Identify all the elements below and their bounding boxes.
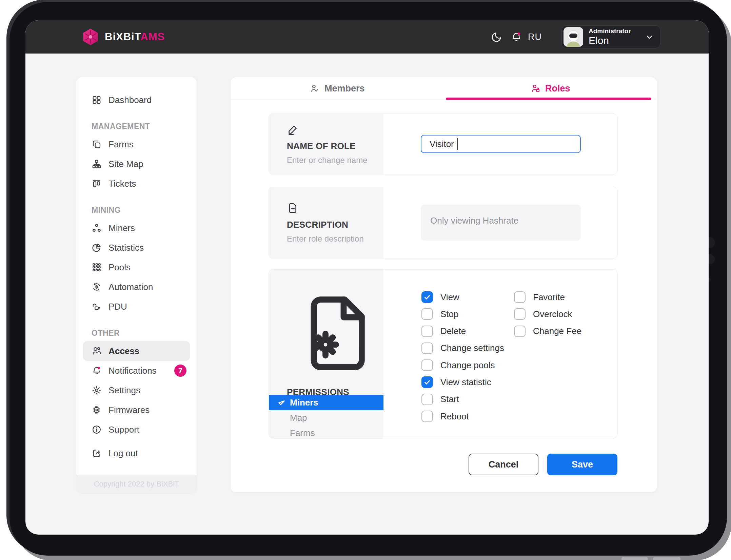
user-role: Administrator [589,27,631,35]
role-description-input[interactable]: Only viewing Hashrate [421,205,581,241]
permission-category-label: Farms [290,428,315,438]
firmwares-icon [92,405,102,415]
tab-members-label: Members [324,83,365,94]
permission-change-fee[interactable]: Change Fee [514,323,581,340]
sidebar-item-access[interactable]: Access [83,341,190,361]
permissions-column-1: ViewStopDeleteChange settingsChange pool… [421,289,504,425]
support-icon [92,424,102,435]
save-button[interactable]: Save [547,454,617,475]
user-menu[interactable]: Administrator Elon [561,25,660,48]
checkbox-favorite[interactable] [514,291,526,303]
pdu-icon [92,302,102,312]
permission-favorite[interactable]: Favorite [514,289,581,306]
role-name-input[interactable] [421,135,581,153]
site-map-icon [92,159,102,169]
member-check-icon [310,83,320,94]
sidebar-item-logout[interactable]: Log out [76,443,197,463]
sidebar-item-statistics[interactable]: Statistics [92,238,190,257]
tab-roles[interactable]: Roles [444,77,657,100]
checkbox-view-statistic[interactable] [421,376,433,388]
checkbox-stop[interactable] [421,308,433,320]
permission-label: Reboot [440,411,469,422]
sidebar-item-automation[interactable]: Automation [92,277,190,297]
permission-label: View [440,292,459,303]
permission-category-label: Map [290,413,307,423]
sidebar-item-site-map[interactable]: Site Map [92,154,190,174]
sidebar-item-miners[interactable]: Miners [92,218,190,238]
checkbox-view[interactable] [421,291,433,303]
sidebar-item-label: Statistics [108,243,144,253]
logout-icon [92,448,102,458]
dock-connector [653,557,680,560]
permission-view-statistic[interactable]: View statistic [421,374,504,391]
tab-roles-label: Roles [545,83,570,94]
pencil-icon [287,123,299,136]
sidebar-item-notifications[interactable]: Notifications7 [92,361,190,380]
sidebar-item-label: Settings [108,385,140,396]
sidebar-item-support[interactable]: Support [92,420,190,439]
sidebar-item-tickets[interactable]: Tickets [92,174,190,193]
tab-members[interactable]: Members [231,77,444,100]
sidebar-item-settings[interactable]: Settings [92,380,190,400]
brand-logo[interactable]: BiXBiTAMS [81,28,165,46]
sidebar-item-farms[interactable]: Farms [92,134,190,154]
language-selector[interactable]: RU [527,32,542,42]
permission-label: Change pools [440,360,495,371]
checkbox-change-pools[interactable] [421,359,433,371]
sidebar-item-pdu[interactable]: PDU [92,297,190,316]
permission-view[interactable]: View [421,289,504,306]
notifications-icon [92,366,102,376]
moon-icon [491,31,502,43]
form-actions: Cancel Save [269,454,617,475]
description-body: Only viewing Hashrate [383,187,617,258]
permission-label: Delete [440,326,466,336]
permission-change-pools[interactable]: Change pools [421,357,504,374]
name-of-role-section: NAME OF ROLE Enter or change name [269,113,617,174]
permission-reboot[interactable]: Reboot [421,408,504,425]
role-lock-icon [530,83,540,94]
brand-name: BiXBiTAMS [105,31,165,43]
checkbox-change-fee[interactable] [514,326,526,337]
tabbar: Members Roles [231,77,657,100]
checkbox-delete[interactable] [421,326,433,337]
section-title: NAME OF ROLE [287,141,383,151]
permission-label: Favorite [533,292,565,303]
sidebar-item-label: Notifications [108,366,157,376]
sidebar-section-other: OTHER [92,329,190,338]
permission-overclock[interactable]: Overclock [514,306,581,323]
section-hint: Enter role description [287,234,383,244]
checkbox-change-settings[interactable] [421,343,433,354]
permission-category-list: MinersMapFarmsStatisticNotificationsPool… [269,395,383,438]
checkbox-reboot[interactable] [421,411,433,422]
permission-stop[interactable]: Stop [421,306,504,323]
permission-category-miners[interactable]: Miners [269,395,383,410]
sidebar-item-label: Miners [108,223,135,233]
dock-connector [621,557,648,560]
permission-start[interactable]: Start [421,391,504,408]
statistics-icon [92,243,102,253]
checkbox-overclock[interactable] [514,308,526,320]
theme-toggle-button[interactable] [491,31,502,43]
checkbox-start[interactable] [421,394,433,405]
permission-delete[interactable]: Delete [421,323,504,340]
notifications-button[interactable] [511,31,522,43]
sidebar-item-pools[interactable]: Pools [92,257,190,277]
permission-category-farms[interactable]: Farms [269,426,383,438]
permissions-header: PERMISSIONS [269,280,383,387]
app-header: BiXBiTAMS RU [25,20,709,54]
permission-label: Change Fee [533,326,581,336]
sidebar-item-firmwares[interactable]: Firmwares [92,400,190,420]
cancel-button[interactable]: Cancel [469,454,538,475]
role-form: NAME OF ROLE Enter or change name DESCRI… [231,100,657,475]
settings-icon [92,385,102,395]
sidebar-item-dashboard[interactable]: Dashboard [92,90,190,110]
section-hint: Enter or change name [287,155,383,165]
permission-change-settings[interactable]: Change settings [421,340,504,357]
sidebar-nav: DashboardMANAGEMENTFarmsSite MapTicketsM… [76,77,197,443]
permission-label: Stop [440,309,459,319]
permission-label: Overclock [533,309,572,319]
user-info: Administrator Elon [589,27,631,46]
document-icon [287,202,299,214]
permission-category-map[interactable]: Map [269,410,383,426]
sidebar-item-label: Site Map [108,159,143,169]
